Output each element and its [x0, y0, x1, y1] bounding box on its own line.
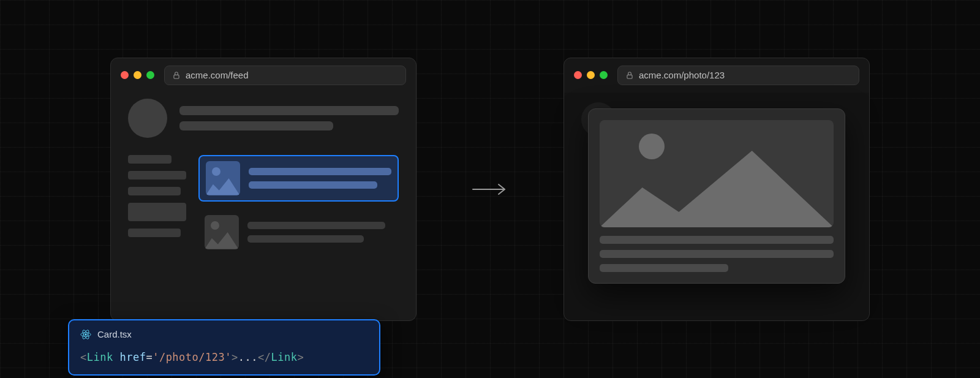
url-text: acme.com/feed — [186, 70, 249, 80]
sidebar-placeholder — [128, 155, 186, 254]
minimize-icon[interactable] — [134, 71, 141, 79]
traffic-lights — [121, 71, 154, 79]
feed-card[interactable] — [198, 210, 399, 254]
image-thumbnail-icon — [205, 215, 239, 249]
feed-card-highlighted[interactable] — [198, 155, 399, 202]
photo-modal — [588, 108, 845, 284]
close-icon[interactable] — [574, 71, 582, 79]
feed-body — [111, 93, 416, 271]
arrow-right-icon — [472, 182, 508, 197]
code-snippet-card: Card.tsx <Link href='/photo/123'>...</Li… — [68, 319, 380, 376]
svg-rect-0 — [174, 75, 179, 78]
traffic-lights — [574, 71, 608, 79]
profile-header — [128, 99, 399, 138]
browser-titlebar: acme.com/photo/123 — [564, 58, 869, 93]
maximize-icon[interactable] — [146, 71, 154, 79]
svg-rect-8 — [627, 75, 632, 78]
diagram-stage: acme.com/feed — [0, 0, 980, 378]
address-bar[interactable]: acme.com/photo/123 — [617, 66, 859, 85]
browser-titlebar: acme.com/feed — [111, 58, 416, 93]
avatar-placeholder — [128, 99, 167, 138]
code-filename: Card.tsx — [97, 329, 132, 339]
address-bar[interactable]: acme.com/feed — [164, 66, 406, 85]
image-thumbnail-icon — [206, 161, 240, 195]
close-icon[interactable] — [121, 71, 129, 79]
lock-icon — [625, 71, 634, 80]
profile-placeholder-lines — [179, 106, 399, 130]
minimize-icon[interactable] — [587, 71, 595, 79]
modal-text-placeholder — [600, 236, 834, 272]
photo-placeholder — [600, 120, 834, 227]
maximize-icon[interactable] — [600, 71, 608, 79]
browser-window-feed: acme.com/feed — [110, 58, 417, 321]
code-line: <Link href='/photo/123'>...</Link> — [80, 351, 368, 363]
code-file-header: Card.tsx — [80, 329, 368, 340]
svg-marker-9 — [600, 151, 834, 227]
svg-point-3 — [85, 333, 86, 335]
feed-items — [198, 155, 399, 254]
lock-icon — [172, 71, 181, 80]
feed-columns — [128, 155, 399, 254]
browser-window-photo: acme.com/photo/123 — [564, 58, 870, 321]
svg-marker-2 — [205, 232, 238, 249]
url-text: acme.com/photo/123 — [639, 70, 725, 80]
react-icon — [80, 329, 91, 340]
svg-marker-1 — [206, 178, 239, 195]
